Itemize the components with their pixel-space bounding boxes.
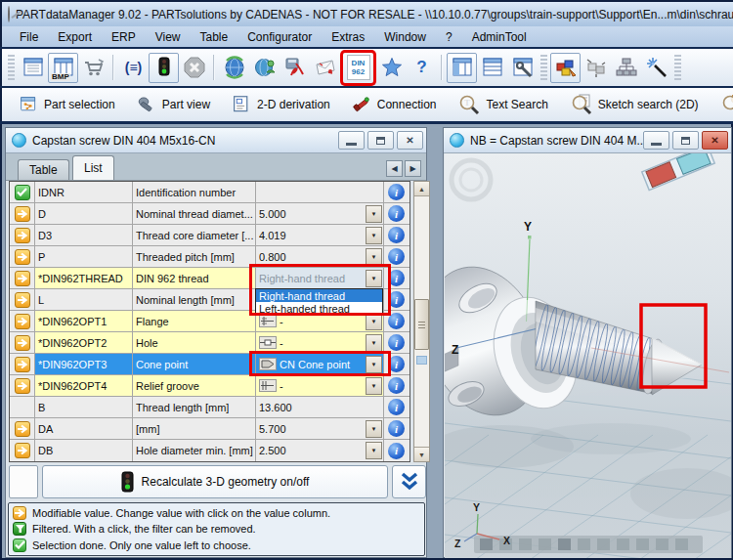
toolbar-grip[interactable] bbox=[540, 55, 547, 80]
row-status-cell[interactable] bbox=[10, 332, 35, 353]
dropdown-option-left-handed-thread[interactable]: Left-handed thread bbox=[256, 302, 382, 315]
pdf-export-button[interactable] bbox=[280, 53, 310, 83]
viewport-3d[interactable]: Y Z Y X Z bbox=[445, 153, 731, 558]
nav-2-d-derivation-button[interactable]: 2-D derivation bbox=[224, 90, 338, 120]
row-value-cell[interactable]: 2.500▼ bbox=[256, 440, 384, 461]
row-value-cell[interactable]: -▼ bbox=[256, 332, 384, 353]
cart-button[interactable] bbox=[78, 53, 108, 83]
row-value-cell[interactable]: CN Cone point▼ bbox=[256, 354, 384, 374]
menu-[interactable]: ? bbox=[436, 28, 462, 46]
assembly-blocks-button[interactable] bbox=[550, 53, 581, 83]
menu-window[interactable]: Window bbox=[374, 28, 436, 46]
info-icon[interactable]: i bbox=[388, 399, 405, 415]
row-info-cell[interactable]: i bbox=[384, 354, 409, 374]
row-info-cell[interactable]: i bbox=[384, 289, 409, 310]
dropdown-option-right-hand-thread[interactable]: Right-hand thread bbox=[256, 289, 382, 302]
dropdown-button[interactable]: ▼ bbox=[366, 442, 382, 459]
menu-erp[interactable]: ERP bbox=[102, 28, 146, 46]
table-scrollbar[interactable]: ▲ ▼ bbox=[413, 181, 430, 462]
close-button[interactable]: ✕ bbox=[702, 131, 728, 150]
row-info-cell[interactable]: i bbox=[384, 311, 409, 331]
dropdown-button[interactable]: ▼ bbox=[366, 334, 382, 352]
row-value-cell[interactable]: 13.600 bbox=[256, 397, 384, 417]
row-value-cell[interactable]: 4.019▼ bbox=[256, 225, 384, 245]
info-icon[interactable]: i bbox=[388, 291, 405, 308]
viewport-tool-icon[interactable] bbox=[578, 538, 590, 550]
viewport-tool-icon[interactable] bbox=[675, 538, 688, 550]
dropdown-button[interactable]: ▼ bbox=[366, 205, 382, 223]
scroll-down-icon[interactable]: ▼ bbox=[414, 447, 429, 461]
viewport-tool-icon[interactable] bbox=[617, 538, 629, 550]
viewport-tool-icon[interactable] bbox=[636, 538, 649, 550]
menu-view[interactable]: View bbox=[146, 28, 191, 46]
row-info-cell[interactable]: i bbox=[384, 246, 409, 267]
viewport-tool-icon[interactable] bbox=[539, 538, 551, 550]
minimize-button[interactable] bbox=[643, 131, 669, 150]
menu-export[interactable]: Export bbox=[48, 28, 102, 46]
menu-configurator[interactable]: Configurator bbox=[237, 28, 322, 46]
info-icon[interactable]: i bbox=[388, 227, 405, 243]
info-icon[interactable]: i bbox=[388, 313, 405, 329]
tab-scroll-right-icon[interactable]: ▶ bbox=[405, 160, 421, 177]
row-status-cell[interactable] bbox=[10, 418, 35, 439]
row-info-cell[interactable]: i bbox=[384, 203, 409, 224]
table-rows-button[interactable] bbox=[477, 53, 507, 83]
row-info-cell[interactable]: i bbox=[384, 332, 409, 353]
dropdown-button[interactable]: ▼ bbox=[366, 270, 382, 287]
scroll-up-icon[interactable]: ▲ bbox=[414, 182, 429, 196]
parts-export-button[interactable] bbox=[581, 53, 611, 83]
globe-sync-button[interactable] bbox=[219, 53, 249, 83]
toolbar-grip[interactable] bbox=[8, 55, 15, 80]
viewport-tool-icon[interactable] bbox=[519, 538, 532, 550]
row-status-cell[interactable] bbox=[10, 182, 35, 202]
bmp-export-button[interactable]: BMP bbox=[48, 53, 78, 83]
row-status-cell[interactable] bbox=[10, 203, 35, 224]
row-info-cell[interactable]: i bbox=[384, 418, 409, 439]
row-value-cell[interactable]: 5.000▼ bbox=[256, 203, 384, 224]
formula-button[interactable]: (≡) bbox=[118, 53, 149, 83]
row-info-cell[interactable]: i bbox=[384, 397, 409, 417]
minimize-button[interactable] bbox=[338, 131, 365, 150]
row-status-cell[interactable] bbox=[10, 354, 35, 374]
row-status-cell[interactable] bbox=[10, 268, 35, 288]
info-icon[interactable]: i bbox=[388, 443, 405, 459]
restore-button[interactable] bbox=[672, 131, 699, 150]
table-settings-button[interactable] bbox=[507, 53, 538, 83]
dropdown-button[interactable]: ▼ bbox=[366, 356, 382, 373]
menu-admintool[interactable]: AdminTool bbox=[462, 28, 537, 46]
dropdown-button[interactable]: ▼ bbox=[366, 420, 382, 438]
info-icon[interactable]: i bbox=[388, 420, 405, 437]
info-icon[interactable]: i bbox=[388, 205, 405, 222]
close-button[interactable]: ✕ bbox=[397, 131, 423, 150]
row-value-cell[interactable] bbox=[256, 182, 384, 202]
row-value-cell[interactable]: -▼ bbox=[256, 375, 384, 396]
row-status-cell[interactable] bbox=[10, 289, 35, 310]
table-columns-button[interactable] bbox=[447, 53, 477, 83]
row-status-cell[interactable] bbox=[10, 440, 35, 461]
row-info-cell[interactable]: i bbox=[384, 440, 409, 461]
menu-file[interactable]: File bbox=[10, 28, 48, 46]
tab-table[interactable]: Table bbox=[18, 159, 69, 180]
nav-connection-button[interactable]: Connection bbox=[344, 90, 445, 120]
globe-user-button[interactable] bbox=[249, 53, 280, 83]
mail-button[interactable] bbox=[310, 53, 340, 83]
toolbar-grip[interactable] bbox=[674, 55, 681, 80]
scrollbar-thumb[interactable] bbox=[414, 299, 429, 350]
row-info-cell[interactable]: i bbox=[384, 375, 409, 396]
menu-table[interactable]: Table bbox=[191, 28, 238, 46]
row-info-cell[interactable]: i bbox=[384, 225, 409, 245]
hierarchy-button[interactable] bbox=[611, 53, 641, 83]
nav-part-selection-button[interactable]: Part selection bbox=[11, 90, 123, 120]
tab-scroll-left-icon[interactable]: ◀ bbox=[386, 160, 403, 177]
row-info-cell[interactable]: i bbox=[384, 268, 409, 288]
window-table-button[interactable] bbox=[18, 53, 48, 83]
info-icon[interactable]: i bbox=[388, 356, 405, 372]
nav-part-view-button[interactable]: Part view bbox=[129, 90, 218, 120]
row-status-cell[interactable] bbox=[10, 311, 35, 331]
stop-button[interactable] bbox=[179, 53, 209, 83]
nav-geometric-se-button[interactable]: Geometric se bbox=[712, 88, 733, 121]
dropdown-button[interactable]: ▼ bbox=[366, 377, 382, 395]
info-icon[interactable]: i bbox=[388, 248, 405, 265]
expand-options-button[interactable] bbox=[392, 465, 426, 498]
info-icon[interactable]: i bbox=[388, 377, 405, 394]
